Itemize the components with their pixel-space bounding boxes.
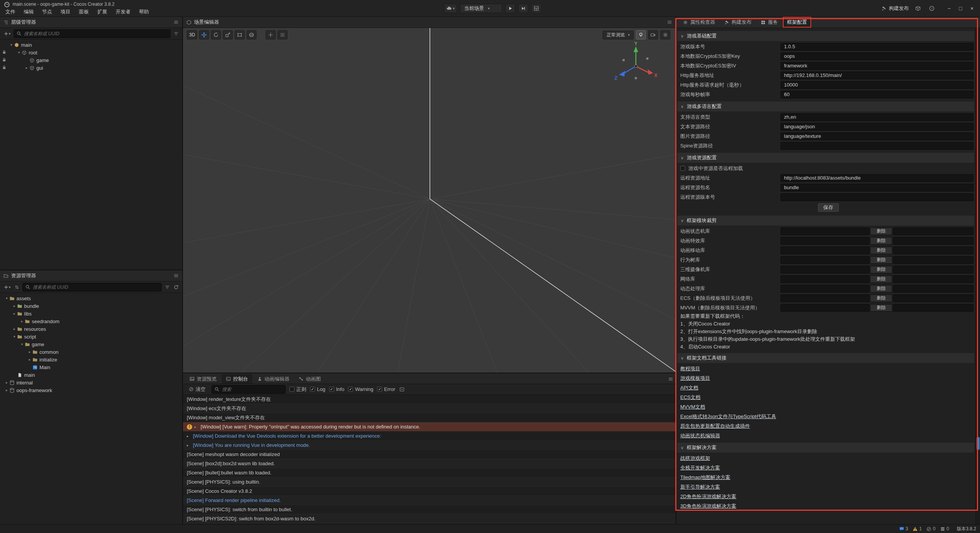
inspector-tab-framework-config[interactable]: 框架配置 — [783, 17, 811, 28]
menu-help[interactable]: 帮助 — [135, 8, 153, 16]
hierarchy-add-button[interactable]: ▾ — [3, 31, 11, 36]
module-input-3[interactable] — [781, 256, 869, 264]
filter-warning[interactable]: ✓Warning — [348, 386, 373, 392]
scene-select[interactable]: 当前场景 ▾ — [460, 4, 502, 13]
assets-panel-menu-icon[interactable] — [173, 273, 179, 278]
console-tab-console[interactable]: 控制台 — [222, 374, 252, 384]
tool-pivot-button[interactable] — [266, 30, 276, 39]
assets-node-game[interactable]: ▾game — [0, 340, 182, 348]
close-button[interactable]: × — [966, 3, 978, 13]
hierarchy-filter-button[interactable] — [173, 31, 179, 36]
console-tab-animation-graph[interactable]: 动画图 — [294, 374, 325, 384]
expander-icon[interactable]: ▾ — [11, 335, 17, 338]
console-clear-button[interactable]: 清空 — [186, 386, 208, 393]
tool-gizmo-button[interactable] — [247, 30, 256, 39]
expander-icon[interactable]: ▸ — [11, 327, 17, 331]
assets-search-input[interactable] — [32, 284, 159, 290]
log-row-8[interactable]: [Scene] [bullet]:bullet wasm lib loaded. — [183, 468, 676, 477]
package-button[interactable] — [913, 4, 923, 13]
assets-node-oops-framework[interactable]: ▸oops-framework — [0, 386, 182, 394]
menu-node[interactable]: 节点 — [38, 8, 56, 16]
field-input-basic-3[interactable] — [781, 72, 973, 79]
remote-load-checkbox[interactable] — [680, 166, 685, 171]
scene-camera-button[interactable] — [648, 30, 658, 39]
filter-error-checkbox[interactable]: ✓ — [377, 387, 382, 392]
log-row-10[interactable]: [Scene] Cocos Creator v3.8.2 — [183, 487, 676, 496]
assets-node-assets[interactable]: ▾assets — [0, 294, 182, 302]
module-delete-button-4[interactable]: 删除 — [870, 266, 892, 273]
assets-node-libs[interactable]: ▸libs — [0, 310, 182, 317]
filter-error[interactable]: ✓Error — [377, 386, 395, 392]
section-header-basic[interactable]: ∨游戏基础配置 — [677, 31, 974, 41]
hierarchy-panel-menu-icon[interactable] — [173, 20, 179, 25]
module-delete-button-0[interactable]: 删除 — [870, 227, 892, 235]
menu-file[interactable]: 文件 — [1, 8, 20, 16]
module-delete-button-3[interactable]: 删除 — [870, 256, 892, 264]
console-search-input[interactable] — [221, 386, 283, 392]
console-tab-animation-editor[interactable]: 动画编辑器 — [253, 374, 294, 384]
solutions-link-4[interactable]: 2D角色扮演游戏解决方案 — [680, 493, 737, 500]
menu-extension[interactable]: 扩展 — [93, 8, 111, 16]
scene-viewport[interactable]: 3D 正常浏览 ▾ — [183, 28, 676, 373]
filter-log-checkbox[interactable]: ✓ — [310, 387, 315, 392]
solutions-link-0[interactable]: 战棋游戏框架 — [680, 455, 710, 462]
section-header-modules[interactable]: ∨框架模块裁剪 — [677, 216, 974, 226]
minimize-button[interactable]: − — [943, 3, 955, 13]
assets-node-script[interactable]: ▾script — [0, 333, 182, 340]
menu-panel[interactable]: 面板 — [75, 8, 93, 16]
module-delete-button-6[interactable]: 删除 — [870, 285, 892, 293]
server-count[interactable]: 0 — [940, 526, 949, 531]
expander-icon[interactable]: ▸ — [194, 425, 198, 429]
section-header-docs[interactable]: ∨框架文档工具链接 — [677, 353, 974, 363]
inspector-scrollbar[interactable] — [975, 28, 980, 524]
hierarchy-node-root[interactable]: ▾root — [0, 49, 182, 56]
menu-developer[interactable]: 开发者 — [111, 8, 135, 16]
build-publish-button[interactable]: 构建发布 — [881, 5, 909, 12]
assets-refresh-button[interactable] — [173, 284, 179, 290]
compile-button[interactable]: ▾ — [444, 4, 457, 13]
module-delete-button-2[interactable]: 删除 — [870, 247, 892, 254]
expander-icon[interactable]: ▾ — [16, 51, 22, 54]
assets-node-internal[interactable]: ▸internal — [0, 379, 182, 386]
log-row-7[interactable]: [Scene] [box2d]:box2d wasm lib loaded. — [183, 459, 676, 468]
module-delete-button-8[interactable]: 删除 — [870, 304, 892, 312]
log-row-11[interactable]: [Scene] Forward render pipeline initiali… — [183, 496, 676, 505]
scene-settings-button[interactable] — [660, 30, 670, 39]
expander-icon[interactable]: ▸ — [11, 312, 17, 316]
section-header-i18n[interactable]: ∨游戏多语言配置 — [677, 101, 974, 111]
module-input-0[interactable] — [781, 227, 869, 235]
help-button[interactable]: ? — [927, 4, 936, 13]
field-input-i18n-3[interactable] — [781, 142, 973, 150]
inspector-tab-property-inspector[interactable]: 属性检查器 — [679, 17, 719, 28]
log-row-12[interactable]: [Scene] [PHYSICS]: switch from builtin t… — [183, 505, 676, 514]
docs-link-6[interactable]: 原生包热更新配置自动生成插件 — [680, 423, 750, 430]
view-mode-select[interactable]: 正常浏览 ▾ — [603, 31, 634, 39]
docs-link-7[interactable]: 动画状态机编辑器 — [680, 432, 720, 439]
section-header-solutions[interactable]: ∨框架解决方案 — [677, 443, 974, 453]
expander-icon[interactable]: ▸ — [187, 434, 191, 438]
docs-link-3[interactable]: ECS文档 — [680, 394, 701, 401]
log-row-0[interactable]: [Window] render_texture文件夹不存在 — [183, 395, 676, 404]
regex-checkbox[interactable] — [289, 387, 294, 392]
layout-button[interactable] — [531, 4, 541, 13]
assets-node-seedrandom[interactable]: ▸seedrandom — [0, 317, 182, 325]
assets-node-resources[interactable]: ▸resources — [0, 325, 182, 333]
light-toggle-button[interactable] — [636, 30, 646, 39]
log-row-9[interactable]: [Scene] [PHYSICS]: using builtin. — [183, 477, 676, 487]
assets-filter-button[interactable] — [164, 284, 170, 290]
orientation-gizmo[interactable]: Y X Z — [612, 41, 658, 87]
module-delete-button-1[interactable]: 删除 — [870, 237, 892, 245]
filter-info[interactable]: ✓Info — [329, 386, 345, 392]
maximize-button[interactable]: □ — [955, 3, 966, 13]
field-input-basic-4[interactable] — [781, 81, 973, 89]
tool-3d-toggle[interactable]: 3D — [187, 30, 197, 39]
docs-link-2[interactable]: API文档 — [680, 384, 698, 391]
field-input-resource-1[interactable] — [781, 184, 973, 191]
scene-panel-menu-icon[interactable] — [667, 20, 672, 25]
docs-link-4[interactable]: MVVM文档 — [680, 404, 705, 410]
tool-scale-button[interactable] — [223, 30, 233, 39]
expander-icon[interactable]: ▸ — [27, 350, 33, 354]
tool-rotate-button[interactable] — [211, 30, 221, 39]
console-regex-checkbox[interactable]: 正则 — [289, 386, 306, 393]
hierarchy-node-gui[interactable]: ▸gui — [0, 64, 182, 72]
